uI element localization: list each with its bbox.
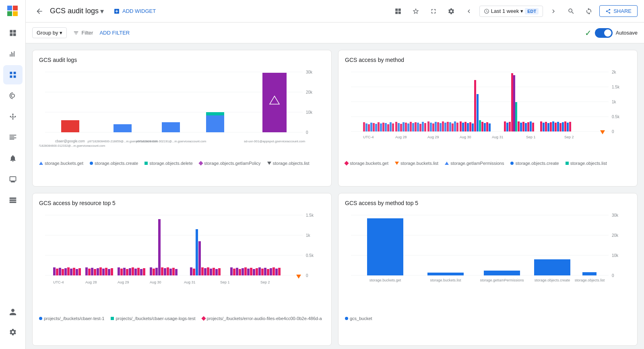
svg-text:UTC-4: UTC-4 bbox=[363, 135, 374, 139]
svg-text:Aug 31: Aug 31 bbox=[184, 280, 196, 284]
add-widget-button[interactable]: ADD WIDGET bbox=[110, 6, 159, 17]
legend2-dot-4 bbox=[510, 162, 514, 165]
svg-text:Aug 31: Aug 31 bbox=[492, 135, 504, 139]
svg-rect-178 bbox=[215, 269, 218, 275]
svg-text:0: 0 bbox=[306, 273, 308, 278]
svg-rect-143 bbox=[97, 268, 99, 275]
refresh-button[interactable] bbox=[582, 4, 596, 18]
sidebar-item-logs[interactable] bbox=[3, 86, 23, 105]
svg-rect-153 bbox=[129, 268, 131, 275]
sidebar-logo[interactable] bbox=[5, 3, 21, 19]
svg-text:0.5k: 0.5k bbox=[612, 115, 620, 119]
svg-rect-52 bbox=[402, 122, 405, 131]
group-by-button[interactable]: Group by ▾ bbox=[32, 27, 67, 38]
autosave-check-icon: ✓ bbox=[585, 28, 592, 38]
prev-button[interactable] bbox=[462, 4, 476, 18]
svg-rect-150 bbox=[120, 269, 123, 275]
svg-text:30k: 30k bbox=[612, 213, 619, 218]
sidebar-item-monitor[interactable] bbox=[3, 170, 23, 189]
svg-rect-110 bbox=[562, 122, 564, 131]
svg-rect-39 bbox=[370, 123, 372, 131]
svg-rect-7 bbox=[13, 76, 16, 78]
svg-rect-70 bbox=[447, 122, 449, 131]
svg-point-11 bbox=[10, 116, 11, 117]
svg-rect-53 bbox=[405, 123, 407, 131]
svg-rect-113 bbox=[569, 122, 571, 131]
svg-rect-44 bbox=[382, 123, 384, 131]
bar-iam-perms bbox=[484, 271, 520, 275]
svg-text:sd-uxr-001@appspot.gserviceacc: sd-uxr-001@appspot.gserviceaccount.com bbox=[244, 140, 305, 143]
time-selector[interactable]: Last 1 week ▾ EDT bbox=[479, 6, 543, 17]
svg-text:Sep 2: Sep 2 bbox=[260, 280, 270, 284]
sidebar-item-network[interactable] bbox=[3, 107, 23, 126]
svg-rect-49 bbox=[395, 122, 397, 131]
svg-rect-88 bbox=[504, 121, 506, 131]
svg-rect-141 bbox=[91, 268, 93, 275]
svg-rect-196 bbox=[275, 269, 278, 275]
svg-rect-69 bbox=[444, 123, 446, 131]
sidebar-item-alerts[interactable] bbox=[3, 149, 23, 168]
svg-rect-144 bbox=[99, 267, 102, 275]
panel2-chart: 2k 1.5k 1k 0.5k 0 bbox=[345, 68, 631, 156]
svg-rect-46 bbox=[387, 124, 389, 131]
svg-text:20k: 20k bbox=[306, 90, 313, 94]
svg-rect-61 bbox=[424, 123, 426, 131]
svg-rect-191 bbox=[261, 269, 264, 275]
svg-rect-142 bbox=[94, 269, 96, 275]
legend2-item-1: storage.buckets.get bbox=[345, 161, 388, 166]
timezone-badge: EDT bbox=[525, 8, 539, 14]
view-toggle-button[interactable] bbox=[391, 4, 405, 18]
legend2-sq-5 bbox=[566, 162, 569, 165]
panel3-legend: projects/_/buckets/cbaer-test-1 projects… bbox=[39, 316, 325, 321]
next-button[interactable] bbox=[546, 4, 561, 18]
legend-item-1: storage.buckets.get bbox=[39, 161, 83, 166]
legend3-item-2: projects/_/buckets/cbaer-usage-logs-test bbox=[111, 316, 195, 321]
sidebar-item-reports[interactable] bbox=[3, 128, 23, 147]
svg-rect-74 bbox=[456, 123, 458, 131]
legend-dot-2 bbox=[90, 162, 93, 165]
sidebar-item-charts[interactable] bbox=[3, 44, 23, 64]
svg-rect-161 bbox=[155, 268, 158, 275]
add-filter-button[interactable]: ADD FILTER bbox=[96, 27, 133, 38]
svg-rect-48 bbox=[392, 123, 394, 131]
svg-rect-179 bbox=[218, 268, 221, 275]
legend-sq-3 bbox=[144, 162, 148, 165]
svg-rect-169 bbox=[190, 267, 192, 275]
svg-text:Sep 1: Sep 1 bbox=[526, 135, 536, 139]
fullscreen-button[interactable] bbox=[426, 4, 441, 18]
svg-rect-131 bbox=[59, 268, 61, 275]
star-button[interactable] bbox=[409, 4, 423, 18]
svg-rect-162 bbox=[158, 219, 161, 275]
sidebar-item-users[interactable] bbox=[3, 302, 23, 322]
time-dropdown-icon: ▾ bbox=[520, 8, 523, 14]
svg-rect-197 bbox=[278, 268, 281, 275]
svg-text:1k: 1k bbox=[306, 233, 311, 238]
svg-rect-60 bbox=[422, 122, 424, 131]
autosave-toggle[interactable] bbox=[595, 28, 613, 38]
svg-rect-79 bbox=[469, 122, 471, 131]
panel-gcs-resource-top5: GCS access by resource top 5 1.5k 1k 0.5… bbox=[32, 193, 332, 346]
bar-buckets-get bbox=[367, 218, 403, 275]
svg-rect-104 bbox=[547, 123, 549, 131]
bar-objects-list bbox=[582, 272, 597, 275]
svg-rect-140 bbox=[88, 269, 91, 275]
filter-button[interactable]: Filter bbox=[70, 27, 96, 38]
svg-rect-168 bbox=[175, 269, 178, 275]
sidebar-item-active[interactable] bbox=[3, 65, 23, 84]
search-button[interactable] bbox=[564, 4, 578, 18]
svg-rect-130 bbox=[56, 269, 58, 275]
svg-rect-100 bbox=[532, 123, 534, 131]
sidebar-item-settings[interactable] bbox=[3, 322, 23, 342]
svg-rect-45 bbox=[385, 123, 387, 131]
time-label: Last 1 week bbox=[491, 8, 519, 14]
svg-rect-42 bbox=[378, 122, 380, 131]
share-button[interactable]: SHARE bbox=[599, 5, 638, 17]
back-button[interactable] bbox=[32, 4, 47, 18]
svg-rect-156 bbox=[137, 268, 140, 275]
title-dropdown-icon[interactable]: ▾ bbox=[100, 7, 104, 16]
sidebar-item-dashboard[interactable] bbox=[3, 23, 23, 43]
sidebar-item-server[interactable] bbox=[3, 191, 23, 210]
svg-rect-51 bbox=[400, 124, 402, 131]
svg-rect-81 bbox=[474, 80, 476, 131]
settings-button[interactable] bbox=[444, 4, 458, 18]
